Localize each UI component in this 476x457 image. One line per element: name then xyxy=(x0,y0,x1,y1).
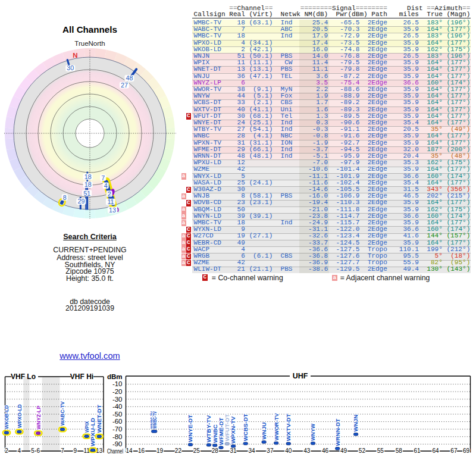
svg-text:WNET-DT: WNET-DT xyxy=(96,405,102,433)
svg-text:-80: -80 xyxy=(112,433,123,440)
svg-text:-30: -30 xyxy=(112,396,123,403)
svg-text:-90: -90 xyxy=(112,440,123,447)
svg-text:WNJU: WNJU xyxy=(261,422,267,440)
svg-text:29: 29 xyxy=(78,198,85,205)
svg-text:VHF Hi: VHF Hi xyxy=(70,373,93,381)
svg-text:48: 48 xyxy=(126,74,133,82)
svg-text:-50: -50 xyxy=(112,411,123,418)
svg-text:WWOR-TV: WWOR-TV xyxy=(273,413,280,441)
svg-text:14: 14 xyxy=(126,447,133,454)
svg-text:VHF Lo: VHF Lo xyxy=(11,373,36,381)
svg-text:30: 30 xyxy=(67,64,74,71)
svg-text:18: 18 xyxy=(84,181,92,188)
svg-text:46: 46 xyxy=(322,447,329,454)
svg-text:43: 43 xyxy=(303,447,311,454)
svg-text:37: 37 xyxy=(267,447,274,454)
svg-text:WPXO-LD: WPXO-LD xyxy=(16,404,23,428)
svg-text:Channel: Channel xyxy=(107,447,123,455)
svg-text:dBm: dBm xyxy=(107,373,123,380)
svg-text:13: 13 xyxy=(109,206,116,214)
svg-text:9: 9 xyxy=(74,447,77,454)
svg-text:4: 4 xyxy=(104,182,108,189)
svg-text:52: 52 xyxy=(359,447,366,454)
svg-text:31: 31 xyxy=(230,447,237,454)
svg-text:7: 7 xyxy=(61,447,64,454)
svg-text:WMBC-TV: WMBC-TV xyxy=(151,411,158,428)
svg-text:11: 11 xyxy=(107,198,114,205)
svg-text:64: 64 xyxy=(432,447,439,454)
svg-text:22: 22 xyxy=(175,447,182,454)
svg-text:WABC-TV: WABC-TV xyxy=(59,401,65,426)
svg-text:34: 34 xyxy=(248,447,255,454)
svg-text:58: 58 xyxy=(396,447,403,454)
svg-text:19: 19 xyxy=(156,447,164,454)
svg-text:WPXN-TV: WPXN-TV xyxy=(230,416,236,444)
svg-text:WXTV-DT: WXTV-DT xyxy=(285,414,292,441)
svg-text:61: 61 xyxy=(414,447,421,454)
svg-text:55: 55 xyxy=(377,447,384,454)
svg-text:WCBS-DT: WCBS-DT xyxy=(242,414,249,441)
svg-text:25: 25 xyxy=(193,447,201,454)
svg-text:27: 27 xyxy=(121,82,128,89)
svg-text:WRNN-DT: WRNN-DT xyxy=(334,418,341,446)
svg-text:WNYW: WNYW xyxy=(309,424,316,441)
svg-text:28: 28 xyxy=(212,447,219,454)
svg-text:WNYE-DT: WNYE-DT xyxy=(187,415,193,442)
svg-text:2: 2 xyxy=(108,190,111,198)
svg-text:-10: -10 xyxy=(112,380,123,387)
svg-text:WKOB-LD: WKOB-LD xyxy=(3,405,10,429)
svg-text:-70: -70 xyxy=(112,425,123,433)
svg-text:WNJN: WNJN xyxy=(352,414,359,431)
svg-text:16: 16 xyxy=(138,447,145,454)
svg-text:8: 8 xyxy=(63,194,67,201)
svg-text:7: 7 xyxy=(101,174,105,181)
svg-text:WNYZ-LP: WNYZ-LP xyxy=(35,405,42,430)
svg-text:WPXU-LD: WPXU-LD xyxy=(89,418,96,446)
svg-text:2: 2 xyxy=(5,447,8,454)
svg-text:UHF: UHF xyxy=(293,372,308,380)
svg-text:-20: -20 xyxy=(112,388,123,395)
svg-text:51: 51 xyxy=(83,190,90,197)
svg-text:WPIX: WPIX xyxy=(83,421,90,433)
svg-text:-40: -40 xyxy=(112,403,123,410)
svg-text:69: 69 xyxy=(463,447,470,454)
svg-text:N: N xyxy=(73,52,77,59)
svg-text:18: 18 xyxy=(84,173,92,180)
svg-text:67: 67 xyxy=(450,447,458,454)
svg-text:49: 49 xyxy=(340,447,347,454)
svg-text:6: 6 xyxy=(37,447,40,454)
svg-text:40: 40 xyxy=(285,447,292,454)
svg-text:4: 4 xyxy=(18,447,21,454)
svg-text:-60: -60 xyxy=(112,418,123,425)
svg-text:5: 5 xyxy=(31,447,35,454)
